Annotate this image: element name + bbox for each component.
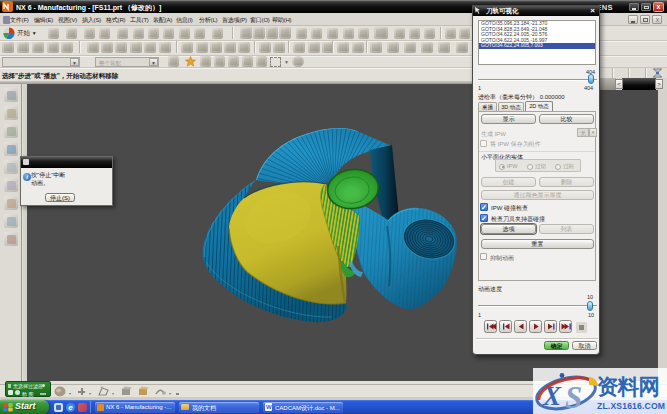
svg-text:资料网: 资料网 [597, 375, 660, 399]
svg-text:S: S [565, 380, 582, 414]
svg-text:ZL.XS1616.COM: ZL.XS1616.COM [597, 401, 665, 411]
svg-text:X: X [542, 381, 562, 411]
